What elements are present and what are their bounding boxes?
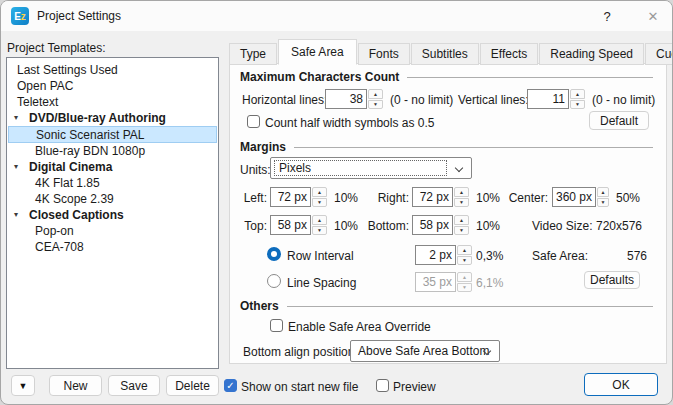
center-value[interactable]: 360 px xyxy=(552,187,596,207)
spin-down-icon[interactable]: ▼ xyxy=(312,198,327,208)
line-spacing-spinner: 35 px ▲▼ xyxy=(415,272,472,292)
list-item[interactable]: 4K Scope 2.39 xyxy=(7,191,218,207)
list-item[interactable]: Blue-ray BDN 1080p xyxy=(7,143,218,159)
list-item[interactable]: Pop-on xyxy=(7,223,218,239)
row-interval-value[interactable]: 2 px xyxy=(415,245,456,265)
line-spacing-label[interactable]: Line Spacing xyxy=(287,276,356,290)
list-item[interactable]: Last Settings Used xyxy=(7,62,218,78)
collapse-caret-icon[interactable]: ▾ xyxy=(7,207,29,223)
list-item[interactable]: CEA-708 xyxy=(7,239,218,255)
list-group-label: Closed Captions xyxy=(29,207,124,223)
bottom-value[interactable]: 58 px xyxy=(412,215,453,235)
half-width-checkbox[interactable] xyxy=(247,115,260,128)
help-button[interactable]: ? xyxy=(591,1,623,31)
top-value[interactable]: 58 px xyxy=(270,215,311,235)
row-interval-spinner[interactable]: 2 px ▲▼ xyxy=(415,245,472,265)
spin-up-icon[interactable]: ▲ xyxy=(312,215,327,225)
spin-down-icon[interactable]: ▼ xyxy=(454,198,469,208)
safe-area-override-label[interactable]: Enable Safe Area Override xyxy=(288,320,431,334)
list-item[interactable]: Open PAC xyxy=(7,78,218,94)
list-group[interactable]: ▾DVD/Blue-ray Authoring xyxy=(7,110,218,126)
horizontal-lines-value[interactable]: 38 xyxy=(325,89,367,109)
list-item[interactable]: 4K Flat 1.85 xyxy=(7,175,218,191)
margins-group-header: Margins xyxy=(240,140,653,154)
spinner-arrows[interactable]: ▲▼ xyxy=(570,89,585,109)
bottom-align-combobox[interactable]: Above Safe Area Bottom xyxy=(350,340,500,362)
list-group[interactable]: ▾Digital Cinema xyxy=(7,159,218,175)
close-icon[interactable]: ✕ xyxy=(633,1,673,31)
preview-label[interactable]: Preview xyxy=(393,380,436,394)
spinner-arrows[interactable]: ▲▼ xyxy=(368,89,383,109)
spin-up-icon[interactable]: ▲ xyxy=(457,245,472,255)
spin-down-icon[interactable]: ▼ xyxy=(454,226,469,236)
tab-type[interactable]: Type xyxy=(229,43,277,65)
preview-checkbox[interactable] xyxy=(376,379,389,392)
ok-button[interactable]: OK xyxy=(584,373,658,396)
spinner-arrows[interactable]: ▲▼ xyxy=(454,187,469,207)
collapse-caret-icon[interactable]: ▾ xyxy=(7,159,29,175)
top-spinner[interactable]: 58 px ▲▼ xyxy=(270,215,327,235)
tab-safe-area[interactable]: Safe Area xyxy=(278,39,357,65)
tab-reading-speed[interactable]: Reading Speed xyxy=(539,43,644,65)
new-button[interactable]: New xyxy=(49,375,102,396)
save-button[interactable]: Save xyxy=(108,375,160,396)
show-on-start-checkbox[interactable]: ✓ xyxy=(224,379,237,392)
app-icon-e: E xyxy=(14,11,21,22)
spin-down-icon: ▼ xyxy=(457,283,472,293)
line-spacing-value: 35 px xyxy=(415,272,456,292)
spinner-arrows[interactable]: ▲▼ xyxy=(597,187,609,207)
units-combobox[interactable]: Pixels xyxy=(270,157,472,179)
tab-fonts[interactable]: Fonts xyxy=(358,43,410,65)
templates-list[interactable]: Last Settings Used Open PAC Teletext ▾DV… xyxy=(6,57,219,369)
tab-effects[interactable]: Effects xyxy=(480,43,538,65)
center-label: Center: xyxy=(502,191,548,205)
spin-up-icon[interactable]: ▲ xyxy=(312,187,327,197)
row-interval-label[interactable]: Row Interval xyxy=(287,249,354,263)
spin-up-icon[interactable]: ▲ xyxy=(570,89,585,99)
left-spinner[interactable]: 72 px ▲▼ xyxy=(270,187,327,207)
list-item[interactable]: Teletext xyxy=(7,94,218,110)
spin-up-icon[interactable]: ▲ xyxy=(454,187,469,197)
line-spacing-radio[interactable] xyxy=(267,274,281,288)
show-on-start-label[interactable]: Show on start new file xyxy=(241,380,358,394)
spin-up-icon[interactable]: ▲ xyxy=(454,215,469,225)
list-item-selected[interactable]: Sonic Scenarist PAL xyxy=(8,126,217,143)
vertical-lines-value[interactable]: 11 xyxy=(527,89,569,109)
tab-cues[interactable]: Cues xyxy=(645,43,673,65)
spinner-arrows[interactable]: ▲▼ xyxy=(454,215,469,235)
default-button[interactable]: Default xyxy=(589,111,649,130)
spin-down-icon[interactable]: ▼ xyxy=(570,100,585,110)
spinner-arrows: ▲▼ xyxy=(457,272,472,292)
app-icon: Ez xyxy=(11,7,29,25)
center-spinner[interactable]: 360 px ▲▼ xyxy=(552,187,609,207)
row-interval-radio[interactable] xyxy=(267,247,281,261)
safe-area-override-checkbox[interactable] xyxy=(270,319,283,332)
right-spinner[interactable]: 72 px ▲▼ xyxy=(412,187,469,207)
half-width-label[interactable]: Count half width symbols as 0.5 xyxy=(265,116,434,130)
right-value[interactable]: 72 px xyxy=(412,187,453,207)
spinner-arrows[interactable]: ▲▼ xyxy=(312,215,327,235)
spin-down-icon[interactable]: ▼ xyxy=(597,198,609,208)
spin-up-icon[interactable]: ▲ xyxy=(368,89,383,99)
tab-subtitles[interactable]: Subtitles xyxy=(411,43,479,65)
defaults-button[interactable]: Defaults xyxy=(584,271,640,289)
units-label: Units: xyxy=(240,163,271,177)
collapse-caret-icon[interactable]: ▾ xyxy=(7,110,29,126)
horizontal-lines-spinner[interactable]: 38 ▲▼ xyxy=(325,89,383,109)
left-value[interactable]: 72 px xyxy=(270,187,311,207)
template-menu-button[interactable]: ▼ xyxy=(11,375,35,396)
list-group[interactable]: ▾Closed Captions xyxy=(7,207,218,223)
bottom-spinner[interactable]: 58 px ▲▼ xyxy=(412,215,469,235)
bottom-align-label: Bottom align position: xyxy=(243,345,358,359)
spinner-arrows[interactable]: ▲▼ xyxy=(457,245,472,265)
safe-area-value: 576 xyxy=(610,249,647,263)
spin-down-icon[interactable]: ▼ xyxy=(457,256,472,266)
spin-down-icon[interactable]: ▼ xyxy=(312,226,327,236)
spin-up-icon[interactable]: ▲ xyxy=(597,187,609,197)
spin-down-icon[interactable]: ▼ xyxy=(368,100,383,110)
vertical-lines-hint: (0 - no limit) xyxy=(592,93,655,107)
delete-button[interactable]: Delete xyxy=(166,375,219,396)
spin-up-icon: ▲ xyxy=(457,272,472,282)
spinner-arrows[interactable]: ▲▼ xyxy=(312,187,327,207)
vertical-lines-spinner[interactable]: 11 ▲▼ xyxy=(527,89,585,109)
